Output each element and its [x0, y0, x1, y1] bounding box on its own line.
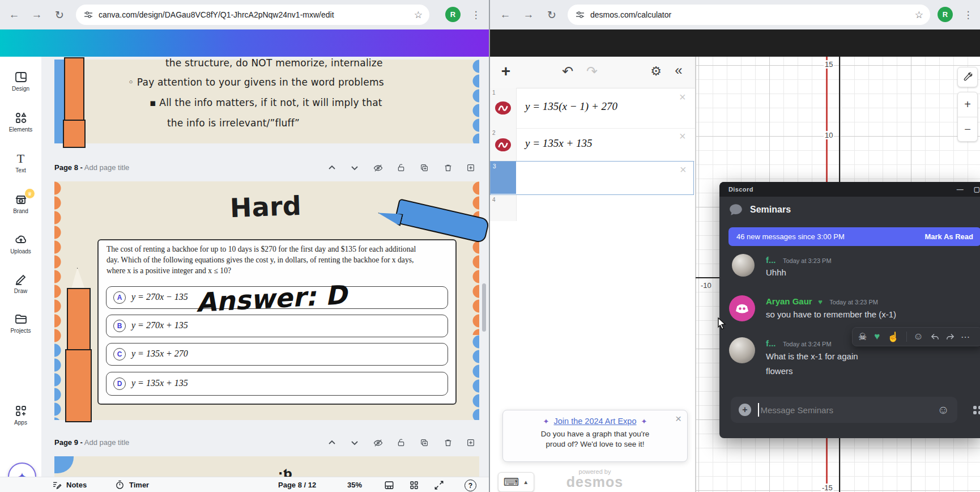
undo-icon[interactable]: ↶ [559, 63, 576, 80]
page7-line[interactable]: ◦ Pay attention to your givens in the wo… [128, 77, 384, 88]
page9-hide-icon[interactable] [373, 438, 383, 448]
page9-duplicate-icon[interactable] [420, 438, 429, 447]
function-color-icon[interactable] [495, 138, 511, 151]
grid-view-icon[interactable] [384, 480, 394, 490]
keyboard-toggle-button[interactable]: ⌨ ▲ [498, 472, 534, 492]
page-8[interactable]: Hard The cost of renting a backhoe for u… [54, 181, 479, 420]
page9-move-down-icon[interactable] [350, 438, 359, 447]
sidebar-item-elements[interactable]: Elements [0, 111, 41, 133]
page8-lock-icon[interactable] [397, 163, 406, 172]
page8-delete-icon[interactable] [444, 163, 453, 172]
expression-row-3-selected[interactable]: 3 × [490, 161, 694, 195]
message-3[interactable]: f... Today at 3:24 PM What is the x-1 fo… [766, 338, 858, 376]
message-2[interactable]: Aryan Gaur ♥ Today at 3:23 PM so you hav… [766, 296, 896, 319]
page7-line[interactable]: the structure, do NOT memorize, internal… [165, 57, 383, 69]
sidebar-item-brand[interactable]: ♛ Brand [0, 193, 41, 214]
site-settings-icon[interactable] [84, 10, 93, 19]
reload-icon[interactable]: ↻ [544, 7, 559, 22]
back-icon[interactable]: ← [498, 7, 513, 22]
reply-icon[interactable] [930, 332, 940, 342]
bookmark-star-icon[interactable]: ☆ [414, 9, 423, 21]
minimize-icon[interactable]: — [957, 185, 964, 193]
mark-as-read-button[interactable]: Mark As Read [925, 232, 974, 241]
browser-menu-icon[interactable]: ⋮ [470, 7, 482, 22]
expression-gutter[interactable]: 1 [490, 88, 517, 128]
page8-add-page-icon[interactable] [466, 163, 475, 172]
avatar[interactable] [729, 295, 755, 321]
add-reaction-icon[interactable]: ☺ [914, 331, 923, 342]
remove-expression-icon[interactable]: × [679, 130, 686, 142]
emoji-picker-icon[interactable]: ☺ [938, 403, 949, 417]
forward-icon[interactable]: → [521, 7, 536, 22]
add-expression-button[interactable]: + [497, 62, 515, 80]
unread-banner[interactable]: 46 new messages since 3:00 PM Mark As Re… [728, 227, 980, 246]
page8-move-down-icon[interactable] [350, 163, 359, 172]
expression-gutter[interactable]: 2 [490, 128, 517, 161]
profile-avatar[interactable]: R [445, 7, 461, 22]
url-text[interactable]: desmos.com/calculator [590, 10, 896, 19]
graph-settings-gear-icon[interactable]: ⚙ [647, 62, 664, 80]
expression-gutter-selected[interactable]: 3 [491, 162, 516, 194]
sidebar-item-design[interactable]: Design [0, 70, 41, 92]
page9-add-page-icon[interactable] [466, 438, 475, 447]
skull-reaction-icon[interactable]: ☠ [858, 331, 867, 343]
page9-delete-icon[interactable] [444, 438, 453, 447]
site-settings-icon[interactable] [576, 10, 585, 19]
page-7[interactable]: the structure, do NOT memorize, internal… [54, 60, 479, 143]
page8-title-placeholder[interactable]: Add page title [84, 163, 130, 172]
zoom-in-button[interactable]: + [958, 92, 977, 117]
message-author[interactable]: f... [766, 255, 776, 265]
popup-close-icon[interactable]: × [675, 413, 681, 425]
discord-window[interactable]: Discord — ▢ Seminars 46 new messages sin… [719, 182, 980, 438]
page8-move-up-icon[interactable] [327, 163, 336, 172]
sidebar-item-uploads[interactable]: Uploads [0, 233, 41, 255]
option-d[interactable]: D y = 135x + 135 [106, 372, 448, 396]
page8-duplicate-icon[interactable] [420, 163, 429, 172]
forward-icon[interactable] [945, 332, 955, 342]
expression-row-1[interactable]: 1 y = 135(x − 1) + 270 × [490, 88, 695, 129]
help-icon[interactable]: ? [465, 480, 476, 491]
browser-menu-icon[interactable]: ⋮ [962, 7, 974, 22]
option-c[interactable]: C y = 135x + 270 [106, 343, 448, 366]
message-author[interactable]: f... [766, 338, 776, 348]
avatar[interactable] [732, 254, 755, 277]
notes-button[interactable]: Notes [66, 481, 87, 489]
art-expo-link[interactable]: Join the 2024 Art Expo [554, 417, 637, 426]
thumbsup-reaction-icon[interactable]: ☝ [887, 331, 899, 343]
graph-settings-wrench-button[interactable] [957, 67, 978, 87]
page9-move-up-icon[interactable] [327, 438, 336, 447]
canvas-scrollbar[interactable] [482, 283, 486, 332]
url-text[interactable]: canva.com/design/DAGau8VC8fY/Q1-JhrcA2pN… [99, 10, 404, 19]
page-10[interactable]: ∙ƅ [54, 456, 479, 477]
page9-lock-icon[interactable] [397, 438, 406, 447]
avatar[interactable] [729, 337, 755, 363]
message-input[interactable]: + Message Seminars ☺ [731, 397, 957, 423]
message-1[interactable]: f... Today at 3:23 PM Uhhh [766, 255, 832, 277]
page8-title[interactable]: Hard [229, 190, 302, 223]
option-b[interactable]: B y = 270x + 135 [106, 315, 448, 337]
remove-expression-icon[interactable]: × [679, 91, 686, 103]
address-bar[interactable]: canva.com/design/DAGau8VC8fY/Q1-JhrcA2pN… [76, 5, 429, 25]
sticker-picker-icon[interactable] [973, 401, 980, 419]
profile-avatar[interactable]: R [938, 7, 953, 22]
page7-line[interactable]: ▪ All the info matters, if it not, it wi… [150, 97, 382, 108]
expression-row-4[interactable]: 4 [490, 195, 517, 221]
expression-latex[interactable]: y = 135x + 135 [525, 137, 593, 150]
channel-name[interactable]: Seminars [750, 205, 791, 215]
attach-plus-icon[interactable]: + [739, 404, 751, 416]
page8-hide-icon[interactable] [373, 163, 383, 173]
reload-icon[interactable]: ↻ [52, 7, 67, 22]
discord-titlebar[interactable]: Discord — ▢ [719, 182, 980, 197]
collapse-panel-icon[interactable]: « [670, 61, 687, 79]
address-bar[interactable]: desmos.com/calculator ☆ [568, 5, 930, 25]
thumbnail-view-icon[interactable] [409, 480, 419, 490]
expression-latex[interactable]: y = 135(x − 1) + 270 [525, 100, 617, 113]
sidebar-item-projects[interactable]: Projects [0, 312, 41, 334]
sidebar-item-apps[interactable]: Apps [0, 404, 41, 426]
zoom-out-button[interactable]: − [958, 117, 977, 141]
forward-icon[interactable]: → [29, 7, 44, 22]
page9-title-placeholder[interactable]: Add page title [84, 438, 130, 447]
back-icon[interactable]: ← [7, 7, 22, 22]
heart-reaction-icon[interactable]: ♥ [874, 331, 880, 342]
timer-button[interactable]: Timer [129, 481, 149, 489]
